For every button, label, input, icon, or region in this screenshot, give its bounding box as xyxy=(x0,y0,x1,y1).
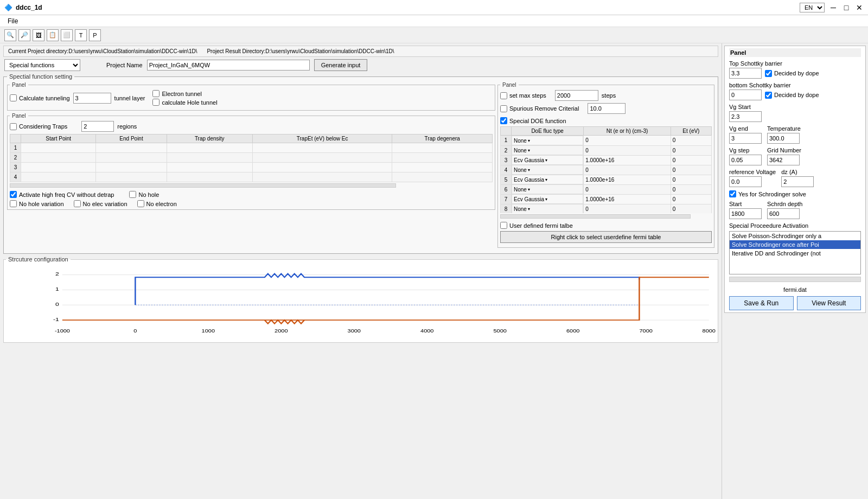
file-menu[interactable]: File xyxy=(4,16,21,26)
schrodinger-label: Yes for Schrodinger solve xyxy=(729,190,861,197)
list-item[interactable]: Solve Poisson-Schrodinger only a xyxy=(730,232,860,240)
temperature-label: Temperature xyxy=(767,125,801,132)
doe-panel: Panel set max steps steps xyxy=(497,82,714,248)
steps-label: steps xyxy=(602,92,616,99)
max-steps-row: set max steps steps xyxy=(500,90,712,101)
top-schottky-inputs: Decided by dope xyxy=(729,68,861,79)
list-item[interactable]: Iterative DD and Schrodinger (not xyxy=(730,249,860,258)
bottom-decided-checkbox[interactable] xyxy=(765,92,772,99)
proc-listbox[interactable]: Solve Poisson-Schrodinger only a Solve S… xyxy=(729,231,861,274)
temperature-input[interactable] xyxy=(767,133,800,144)
pointer-btn[interactable]: P xyxy=(89,29,101,41)
table-row: 2 None ▾ 0 0 xyxy=(501,145,712,155)
main-container: Current Project directory:D:\users\yrwu\… xyxy=(0,43,868,499)
trap-col-5: Trap degenera xyxy=(392,135,493,143)
steps-input[interactable] xyxy=(555,90,598,101)
vg-end-temp-row: Vg end Temperature xyxy=(729,125,861,144)
tunnel-layer-input[interactable] xyxy=(73,93,111,104)
rect-btn[interactable]: ⬜ xyxy=(61,29,73,41)
start-input[interactable] xyxy=(729,208,762,219)
activate-hfcv-checkbox[interactable] xyxy=(10,191,17,198)
considering-traps-checkbox[interactable] xyxy=(10,123,17,130)
no-electron-checkbox[interactable] xyxy=(137,200,144,207)
tunneling-panel: Panel Calculate tunneling tunnel layer xyxy=(7,82,495,111)
dz-input[interactable] xyxy=(781,176,814,187)
titlebar-left: 🔷 ddcc_1d xyxy=(4,4,42,11)
trap-hscroll[interactable] xyxy=(10,183,396,188)
no-elec-variation-label: No elec variation xyxy=(74,200,127,207)
user-fermi-row: User defined fermi talbe xyxy=(500,222,712,229)
electron-tunnel-checkbox[interactable] xyxy=(152,90,159,97)
spurious-checkbox[interactable] xyxy=(500,105,507,112)
top-schottky-label: Top Schottky barrier xyxy=(729,60,861,67)
ref-voltage-input[interactable] xyxy=(729,176,762,187)
top-schottky-input[interactable] xyxy=(729,68,762,79)
special-doe-row: Special DOE function xyxy=(500,117,712,124)
schrodinger-row: Yes for Schrodinger solve xyxy=(729,190,861,197)
fermi-dat-row: fermi.dat xyxy=(729,286,861,293)
doe-col-3: Et (eV) xyxy=(671,127,711,136)
user-fermi-checkbox[interactable] xyxy=(500,222,507,229)
special-functions-dropdown[interactable]: Special functions xyxy=(4,59,80,71)
trap-table: Start Point End Point Trap density TrapE… xyxy=(10,134,493,182)
grid-number-input[interactable] xyxy=(767,155,800,165)
x-tick-neg1000: -1000 xyxy=(55,329,71,334)
schrodinger-checkbox[interactable] xyxy=(729,190,736,197)
top-decided-checkbox[interactable] xyxy=(765,70,772,77)
set-max-steps-checkbox[interactable] xyxy=(500,92,507,99)
app-title: ddcc_1d xyxy=(16,4,42,11)
special-proc-label-row: Special Proceedure Activation xyxy=(729,222,861,229)
orange-line xyxy=(62,277,709,320)
doe-col-0 xyxy=(501,127,512,136)
hole-tunnel-checkbox[interactable] xyxy=(152,99,159,106)
generate-input-btn[interactable]: Generate input xyxy=(314,59,368,71)
doe-col-2: Nt (e or h) (cm-3) xyxy=(584,127,671,136)
bottom-schottky-input[interactable] xyxy=(729,89,762,100)
vg-end-input[interactable] xyxy=(729,133,762,144)
hole-tunnel-label: calculate Hole tunnel xyxy=(152,99,217,106)
project-name-input[interactable] xyxy=(147,60,310,71)
save-run-btn[interactable]: Save & Run xyxy=(729,296,794,310)
no-hole-checkbox[interactable] xyxy=(129,191,136,198)
y-label-neg1: -1 xyxy=(53,316,59,322)
copy-btn[interactable]: 📋 xyxy=(47,29,59,41)
proc-hscroll[interactable] xyxy=(729,277,861,282)
vg-step-input[interactable] xyxy=(729,155,762,165)
x-tick-3000: 3000 xyxy=(348,329,361,334)
top-decided-label: Decided by dope xyxy=(765,70,819,77)
no-elec-variation-checkbox[interactable] xyxy=(74,200,81,207)
vg-start-input[interactable] xyxy=(729,111,762,122)
left-panel: Current Project directory:D:\users\yrwu\… xyxy=(0,43,722,499)
zoom-out-btn[interactable]: 🔎 xyxy=(18,29,30,41)
zoom-in-btn[interactable]: 🔍 xyxy=(4,29,16,41)
project-row: Special functions Project Name Generate … xyxy=(3,59,718,71)
no-electron-label: No electron xyxy=(137,200,177,207)
special-doe-checkbox[interactable] xyxy=(500,117,507,124)
spurious-input[interactable] xyxy=(588,103,626,114)
regions-input[interactable] xyxy=(81,121,114,132)
print-btn[interactable]: 🖼 xyxy=(33,29,44,41)
minimize-btn[interactable]: ─ xyxy=(829,3,838,12)
list-item[interactable]: Solve Schrodinger once after Poi xyxy=(730,240,860,249)
vg-end-col: Vg end xyxy=(729,125,762,144)
table-row: 1 None ▾ 0 0 xyxy=(501,136,712,146)
trap-col-0 xyxy=(10,135,21,143)
right-click-fermi-btn[interactable]: Right click to select userdefine fermi t… xyxy=(500,231,712,243)
calc-tunneling-checkbox[interactable] xyxy=(10,94,17,101)
vg-start-label: Vg Start xyxy=(729,104,861,110)
ref-voltage-col: reference Voltage xyxy=(729,169,776,187)
schrdn-depth-input[interactable] xyxy=(767,208,800,219)
text-btn[interactable]: T xyxy=(75,29,87,41)
restore-btn[interactable]: □ xyxy=(842,3,851,12)
doe-hscroll[interactable] xyxy=(500,214,691,219)
view-result-btn[interactable]: View Result xyxy=(797,296,861,310)
no-hole-label: No hole xyxy=(129,191,159,198)
table-row: 5 Ecv Gaussia ▾ 1.0000e+16 0 xyxy=(501,175,712,184)
doe-table-wrapper: DoE fluc type Nt (e or h) (cm-3) Et (eV)… xyxy=(500,126,712,213)
close-btn[interactable]: ✕ xyxy=(855,3,864,12)
no-hole-variation-checkbox[interactable] xyxy=(10,200,17,207)
lang-select[interactable]: EN xyxy=(800,3,825,12)
bottom-decided-label: Decided by dope xyxy=(765,92,819,99)
rp-title: Panel xyxy=(729,48,861,57)
right-panel: Panel Top Schottky barrier Decided by do… xyxy=(722,43,868,499)
